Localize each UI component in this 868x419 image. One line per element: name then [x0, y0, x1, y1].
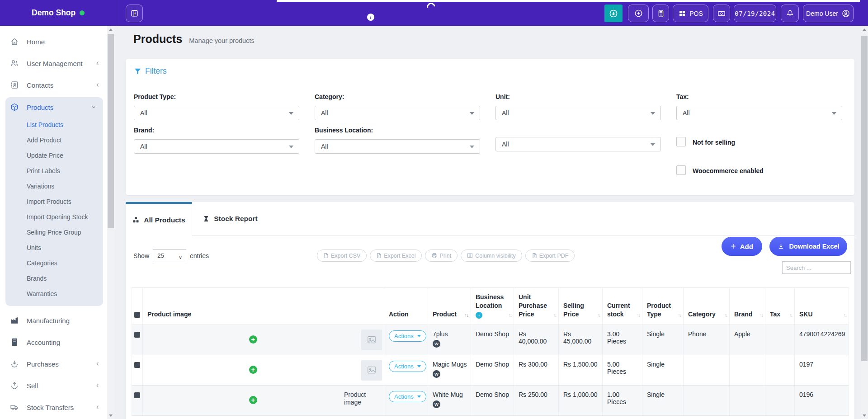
sidebar-subitem-import-products[interactable]: Import Products	[5, 194, 103, 209]
category-select[interactable]: All	[315, 106, 480, 120]
sidebar-subitem-print-labels[interactable]: Print Labels	[5, 163, 103, 179]
business-location-select[interactable]: All	[315, 139, 480, 154]
sidebar-item-products[interactable]: Products	[5, 97, 103, 117]
add-product-button[interactable]: + Add	[722, 237, 762, 256]
sidebar-item-accounting[interactable]: Accounting	[0, 331, 107, 353]
select-caret-icon	[651, 112, 655, 115]
row-actions-button[interactable]: Actions	[389, 361, 426, 372]
sidebar-item-user-management[interactable]: User Management	[0, 52, 107, 74]
row-actions-button[interactable]: Actions	[389, 330, 426, 342]
cell-sku: 0197	[795, 355, 849, 386]
sidebar-subitem-import-opening-stock[interactable]: Import Opening Stock	[5, 209, 103, 225]
export-csv-button[interactable]: Export CSV	[317, 250, 367, 262]
user-menu-button[interactable]: Demo User	[803, 5, 854, 22]
sidebar-subitem-brands[interactable]: Brands	[5, 271, 103, 286]
cell-product: 7plusW	[428, 325, 471, 355]
column-visibility-button[interactable]: Column visibility	[461, 250, 522, 262]
brand[interactable]: Demo Shop	[32, 0, 85, 26]
tab-bar: All Products Stock Report	[126, 202, 854, 235]
tab-stock-report[interactable]: Stock Report	[192, 202, 268, 235]
file-pdf-icon	[532, 253, 537, 259]
notifications-button[interactable]	[781, 5, 799, 22]
sidebar-subitem-warranties[interactable]: Warranties	[5, 286, 103, 301]
sidebar-subitem-selling-price-group[interactable]: Selling Price Group	[5, 225, 103, 240]
sort-icon[interactable]: ↑↓	[844, 312, 847, 318]
sidebar-item-purchases[interactable]: Purchases	[0, 353, 107, 375]
sidebar-scrollbar-thumb[interactable]	[108, 34, 114, 228]
product-image-placeholder[interactable]	[361, 330, 382, 350]
scroll-up-arrow[interactable]	[861, 26, 868, 33]
sidebar-subitem-add-product[interactable]: Add Product	[5, 132, 103, 148]
factory-icon	[10, 316, 19, 325]
woocommerce-checkbox[interactable]	[676, 165, 686, 175]
sort-icon[interactable]: ↑↓	[724, 312, 727, 318]
circle-arrow-down-icon	[609, 9, 618, 19]
sidebar-item-contacts[interactable]: Contacts	[0, 74, 107, 96]
sidebar-item-stock-transfers[interactable]: Stock Transfers	[0, 396, 107, 418]
page-size-select[interactable]: 25 ∨	[153, 249, 186, 262]
sort-icon[interactable]: ↑↓	[789, 312, 793, 318]
select-caret-icon	[289, 146, 293, 148]
tax-select[interactable]: All	[676, 106, 842, 120]
sidebar-subitem-units[interactable]: Units	[5, 240, 103, 255]
date-button[interactable]: 07/19/2024	[734, 5, 776, 22]
sidebar-subitem-categories[interactable]: Categories	[5, 255, 103, 271]
quick-download-button[interactable]	[604, 5, 623, 22]
sidebar-subitem-update-price[interactable]: Update Price	[5, 148, 103, 163]
download-excel-button[interactable]: Download Excel	[769, 237, 847, 256]
add-image-icon[interactable]: +	[249, 335, 257, 344]
plus-circle-button[interactable]	[628, 5, 649, 22]
info-icon[interactable]: i	[476, 312, 482, 319]
sort-icon[interactable]: ↑↓	[760, 312, 763, 318]
sort-icon[interactable]: ↑↓	[509, 312, 512, 318]
sort-icon[interactable]: ↑↓	[678, 312, 681, 318]
tab-all-products[interactable]: All Products	[126, 202, 192, 236]
sidebar-item-home[interactable]: Home	[0, 31, 107, 52]
row-checkbox[interactable]	[134, 332, 140, 338]
file-excel-icon	[376, 253, 382, 259]
col-product-type: Product Type↑↓	[642, 288, 684, 325]
sidebar-subitem-variations[interactable]: Variations	[5, 179, 103, 194]
col-product-image: Product image	[143, 288, 384, 325]
product-type-select[interactable]: All	[134, 106, 299, 120]
info-icon[interactable]: i	[367, 14, 374, 21]
row-actions-button[interactable]: Actions	[389, 391, 426, 402]
select-all-checkbox[interactable]	[134, 312, 140, 318]
sort-icon[interactable]: ↑↓	[597, 312, 600, 318]
row-checkbox[interactable]	[134, 392, 140, 398]
export-excel-button[interactable]: Export Excel	[370, 250, 422, 262]
chevron-down-icon	[90, 104, 97, 110]
sidebar-subitem-list-products[interactable]: List Products	[5, 117, 103, 132]
sort-icon[interactable]: ↑↓	[553, 312, 557, 318]
funnel-icon	[134, 67, 142, 75]
product-image-placeholder[interactable]	[361, 360, 382, 381]
sidebar-toggle-button[interactable]	[126, 5, 143, 22]
scroll-down-arrow[interactable]	[107, 412, 114, 419]
calculator-button[interactable]	[652, 5, 669, 22]
not-for-selling-checkbox[interactable]	[676, 137, 686, 146]
sidebar-item-sell[interactable]: Sell	[0, 375, 107, 396]
add-image-icon[interactable]: +	[249, 366, 257, 374]
sort-amount-icon[interactable]: ↑↓	[465, 312, 469, 318]
sidebar-item-manufacturing[interactable]: Manufacturing	[0, 310, 107, 331]
export-pdf-button[interactable]: Export PDF	[525, 250, 575, 262]
ledger-book-icon	[10, 338, 19, 347]
page-scrollbar-thumb[interactable]	[861, 36, 868, 361]
brand-select[interactable]: All	[134, 139, 299, 154]
cell-business-location: Demo Shop	[471, 325, 514, 355]
file-csv-icon	[323, 253, 329, 259]
sort-icon[interactable]: ↑↓	[637, 312, 640, 318]
cell-current-stock: 5.00 Pieces	[603, 355, 642, 386]
scroll-up-arrow[interactable]	[107, 26, 114, 33]
row-checkbox[interactable]	[134, 362, 140, 368]
top-navbar: Demo Shop i POS 07/19/2024 Demo User	[0, 0, 868, 26]
cash-register-button[interactable]	[713, 5, 730, 22]
extra-filter-select[interactable]: All	[495, 137, 661, 151]
wordpress-icon: W	[433, 400, 440, 408]
search-input[interactable]	[782, 261, 851, 274]
print-button[interactable]: Print	[425, 250, 458, 262]
unit-select[interactable]: All	[495, 106, 661, 120]
add-image-icon[interactable]: +	[249, 396, 257, 404]
scroll-down-arrow[interactable]	[861, 412, 868, 419]
pos-button[interactable]: POS	[673, 5, 708, 22]
